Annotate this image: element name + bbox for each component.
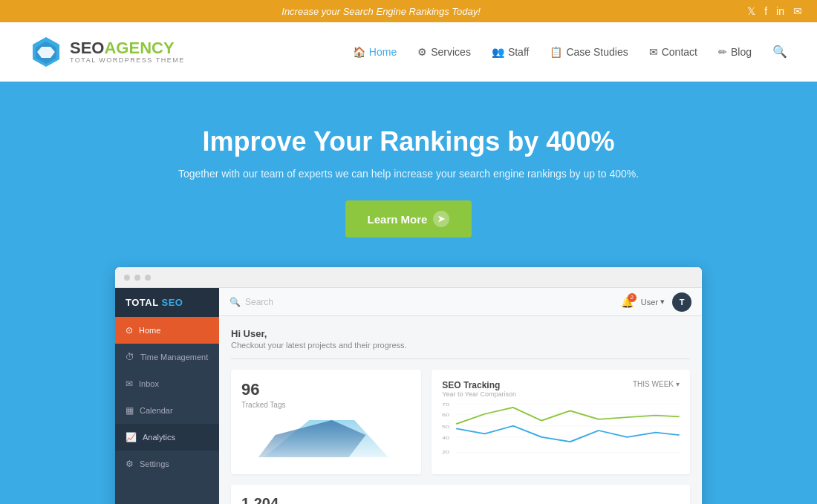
case-studies-icon: 📋 <box>550 46 562 58</box>
sidebar-item-analytics[interactable]: 📈 Analytics <box>115 424 219 451</box>
dashboard-preview: TOTAL SEO ⊙ Home ⏱ Time Management ✉ Inb… <box>115 267 702 504</box>
svg-text:50: 50 <box>442 425 449 430</box>
user-label: User ▾ <box>641 297 665 307</box>
seo-line-chart: 70 60 50 40 20 <box>442 401 680 460</box>
user-avatar: T <box>672 292 691 312</box>
svg-text:20: 20 <box>442 449 449 454</box>
dashboard-cards-row2: 1,204 Conversations 1,204 <box>231 485 690 504</box>
nav-services[interactable]: ⚙ Services <box>417 46 471 58</box>
arrow-right-icon: ➤ <box>433 211 449 227</box>
social-icons: 𝕏 f in ✉ <box>747 5 802 17</box>
hero-subtitle: Together with our team of experts we can… <box>178 168 639 180</box>
hero-title: Improve Your Rankings by 400% <box>203 126 615 157</box>
browser-dot-1 <box>124 275 130 281</box>
chart-header: SEO Tracking Year to Year Comparison THI… <box>442 380 680 398</box>
nav-blog[interactable]: ✏ Blog <box>718 46 752 58</box>
dashboard-sidebar: TOTAL SEO ⊙ Home ⏱ Time Management ✉ Inb… <box>115 288 219 504</box>
sidebar-title: TOTAL SEO <box>126 297 183 308</box>
logo-text: SEOAGENCY TOTAL WORDPRESS THEME <box>70 40 185 64</box>
logo-name: SEOAGENCY <box>70 40 185 56</box>
tracked-label: Tracked Tags <box>241 401 411 409</box>
twitter-icon[interactable]: 𝕏 <box>747 5 755 17</box>
dashboard-topbar: 🔍 Search 🔔 2 User ▾ T <box>219 288 702 316</box>
top-bar: Increase your Search Engine Rankings Tod… <box>0 0 817 22</box>
staff-icon: 👥 <box>492 46 504 58</box>
logo-seo: SEO <box>70 39 104 57</box>
subgreeting: Checkout your latest projects and their … <box>231 341 690 359</box>
greeting: Hi User, <box>231 328 690 339</box>
main-nav: 🏠 Home ⚙ Services 👥 Staff 📋 Case Studies… <box>353 45 787 59</box>
bell-badge: 2 <box>628 293 637 302</box>
dashboard-main: 🔍 Search 🔔 2 User ▾ T <box>219 288 702 504</box>
dashboard-content: Hi User, Checkout your latest projects a… <box>219 316 702 504</box>
tracked-stat: 96 <box>241 380 411 399</box>
linkedin-icon[interactable]: in <box>776 5 784 17</box>
sidebar-item-calendar[interactable]: ▦ Calendar <box>115 397 219 424</box>
mountain-chart <box>241 416 411 461</box>
notification-bell[interactable]: 🔔 2 <box>621 296 634 308</box>
sidebar-item-home[interactable]: ⊙ Home <box>115 317 219 344</box>
facebook-icon[interactable]: f <box>764 5 767 17</box>
top-bar-message: Increase your Search Engine Rankings Tod… <box>15 6 747 17</box>
learn-more-button[interactable]: Learn More ➤ <box>345 200 472 238</box>
browser-dot-2 <box>134 275 140 281</box>
nav-case-studies[interactable]: 📋 Case Studies <box>550 46 628 58</box>
conversations-card: 1,204 Conversations 1,204 <box>231 485 690 504</box>
search-placeholder: Search <box>245 297 273 307</box>
search-db-icon: 🔍 <box>230 297 241 307</box>
blog-icon: ✏ <box>718 46 727 58</box>
nav-contact[interactable]: ✉ Contact <box>649 46 697 58</box>
header: SEOAGENCY TOTAL WORDPRESS THEME 🏠 Home ⚙… <box>0 22 817 82</box>
logo-agency: AGENCY <box>104 39 174 57</box>
email-icon[interactable]: ✉ <box>793 5 802 17</box>
logo-icon <box>30 36 62 68</box>
home-icon: 🏠 <box>353 46 365 58</box>
nav-home[interactable]: 🏠 Home <box>353 46 397 58</box>
dashboard-body: TOTAL SEO ⊙ Home ⏱ Time Management ✉ Inb… <box>115 288 702 504</box>
sidebar-header: TOTAL SEO <box>115 288 219 317</box>
dashboard-search[interactable]: 🔍 Search <box>230 297 273 307</box>
tracked-tags-card: 96 Tracked Tags <box>231 370 421 474</box>
search-icon[interactable]: 🔍 <box>772 45 787 59</box>
time-icon: ⏱ <box>126 352 134 362</box>
hero-section: Improve Your Rankings by 400% Together w… <box>0 82 817 504</box>
sidebar-item-settings[interactable]: ⚙ Settings <box>115 451 219 477</box>
browser-dot-3 <box>145 275 151 281</box>
analytics-icon: 📈 <box>126 432 137 442</box>
dashboard-cards-row1: 96 Tracked Tags <box>231 370 690 474</box>
nav-staff[interactable]: 👥 Staff <box>492 46 530 58</box>
services-icon: ⚙ <box>417 46 427 58</box>
settings-icon: ⚙ <box>126 459 134 469</box>
chevron-down-icon: ▾ <box>660 297 665 307</box>
calendar-icon: ▦ <box>126 405 134 416</box>
chevron-week-icon: ▾ <box>676 380 680 388</box>
svg-text:60: 60 <box>442 413 449 418</box>
contact-icon: ✉ <box>649 46 658 58</box>
svg-text:40: 40 <box>442 435 449 440</box>
chart-subtitle: Year to Year Comparison <box>442 390 516 398</box>
user-area: 🔔 2 User ▾ T <box>621 292 691 312</box>
browser-bar <box>115 267 702 288</box>
logo: SEOAGENCY TOTAL WORDPRESS THEME <box>30 36 185 68</box>
chart-title: SEO Tracking <box>442 380 516 390</box>
logo-tagline: TOTAL WORDPRESS THEME <box>70 56 185 64</box>
inbox-icon: ✉ <box>126 379 133 389</box>
conv-stat: 1,204 <box>241 495 680 504</box>
seo-tracking-card: SEO Tracking Year to Year Comparison THI… <box>432 370 690 474</box>
week-selector[interactable]: THIS WEEK ▾ <box>633 380 680 388</box>
sidebar-item-inbox[interactable]: ✉ Inbox <box>115 370 219 397</box>
home-db-icon: ⊙ <box>126 325 133 336</box>
chart-title-area: SEO Tracking Year to Year Comparison <box>442 380 516 398</box>
svg-text:70: 70 <box>442 402 449 407</box>
sidebar-item-time[interactable]: ⏱ Time Management <box>115 344 219 370</box>
